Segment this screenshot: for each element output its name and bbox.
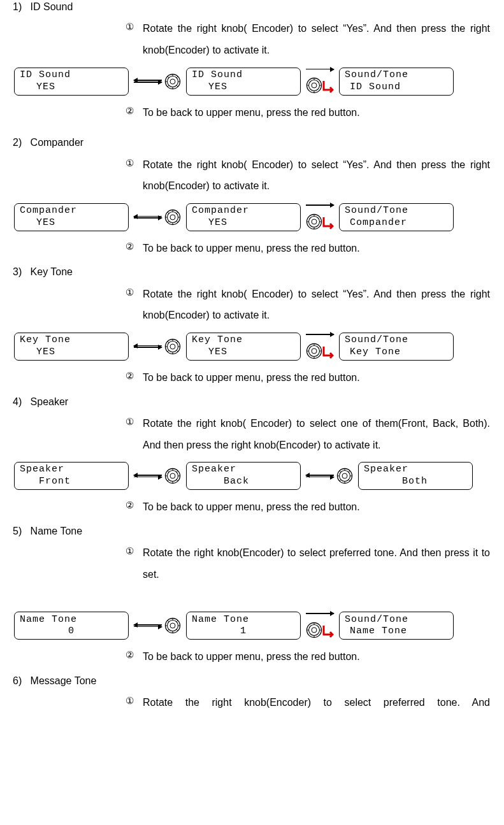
step-text: To be back to upper menu, press the red … [143, 238, 490, 259]
right-arrow-icon [306, 204, 334, 206]
knob-icon [164, 468, 181, 484]
step-text: Rotate the right knob( Encoder) to selec… [143, 413, 490, 456]
section-title-text: Compander [31, 137, 84, 148]
diagram-row: ID Sound YES ID Sound YES Sound/Tone ID … [14, 68, 496, 96]
bidirectional-arrow-icon [134, 475, 162, 477]
section-number: 5) [13, 526, 22, 536]
step-text: To be back to upper menu, press the red … [143, 367, 490, 389]
connector [133, 338, 182, 355]
step-number: ② [126, 102, 134, 124]
bidirectional-arrow-icon [134, 216, 162, 219]
lcd-screen: Speaker Front [14, 462, 129, 490]
connector [133, 617, 182, 634]
knob-red-L-icon [306, 343, 334, 359]
section-title-text: Speaker [31, 396, 69, 407]
section-heading: 6) Message Tone [13, 674, 496, 688]
step-number: ② [126, 367, 134, 389]
knob-red-L-icon [306, 213, 334, 230]
step-number: ② [126, 646, 134, 668]
lcd-screen: Key Tone YES [14, 333, 129, 361]
section-number: 1) [13, 1, 22, 12]
lcd-screen: Key Tone YES [186, 333, 301, 361]
section-number: 2) [13, 137, 22, 148]
connector [305, 204, 335, 230]
section-title-text: ID Sound [31, 1, 73, 12]
section-heading: 4) Speaker [13, 395, 496, 409]
step-number: ① [126, 154, 134, 197]
step-text: Rotate the right knob( Encoder) to selec… [143, 283, 490, 326]
diagram-row: Name Tone 0 Name Tone 1 Sound/Tone Name … [14, 612, 496, 640]
bidirectional-arrow-icon [134, 345, 162, 348]
right-arrow-icon [306, 613, 334, 614]
lcd-screen: ID Sound YES [186, 68, 301, 96]
lcd-screen: Sound/Tone Name Tone [339, 612, 454, 640]
step-number: ① [126, 542, 134, 585]
knob-icon [164, 617, 181, 634]
connector [305, 334, 335, 359]
lcd-screen: Sound/Tone Compander [339, 203, 454, 231]
lcd-screen: Speaker Back [186, 462, 301, 490]
knob-icon [164, 338, 181, 355]
diagram-row: Speaker Front Speaker Back Speaker Both [14, 462, 496, 490]
section-title-text: Message Tone [31, 675, 97, 686]
knob-red-L-icon [306, 622, 334, 638]
lcd-screen: Sound/Tone ID Sound [339, 68, 454, 96]
diagram-row: Key Tone YES Key Tone YES Sound/Tone Key… [14, 333, 496, 361]
step-number: ① [126, 283, 134, 326]
section-heading: 5) Name Tone [13, 524, 496, 538]
section-number: 3) [13, 266, 22, 277]
knob-icon [164, 209, 181, 226]
connector [305, 69, 335, 94]
lcd-screen: Speaker Both [358, 462, 473, 490]
knob-red-L-icon [306, 77, 334, 94]
lcd-screen: Name Tone 0 [14, 612, 129, 640]
step-text: Rotate the right knob( Encoder) to selec… [143, 154, 490, 197]
right-arrow-icon [306, 69, 334, 70]
bidirectional-arrow-icon [134, 624, 162, 627]
step-number: ② [126, 238, 134, 259]
section-heading: 2) Compander [13, 136, 496, 150]
knob-icon [336, 468, 353, 484]
lcd-screen: Name Tone 1 [186, 612, 301, 640]
step-text: To be back to upper menu, press the red … [143, 646, 490, 668]
connector [133, 209, 182, 226]
bidirectional-arrow-icon [134, 80, 162, 82]
bidirectional-arrow-icon [306, 475, 334, 477]
section-title-text: Name Tone [31, 526, 83, 536]
diagram-row: Compander YES Compander YES Sound/Tone C… [14, 203, 496, 231]
section-number: 6) [13, 675, 22, 686]
right-arrow-icon [306, 334, 334, 335]
section-title-text: Key Tone [31, 266, 73, 277]
lcd-screen: Sound/Tone Key Tone [339, 333, 454, 361]
step-number: ① [126, 692, 134, 714]
step-text: Rotate the right knob( Encoder) to selec… [143, 18, 490, 61]
step-text: Rotate the right knob(Encoder) to select… [143, 692, 490, 714]
section-heading: 1) ID Sound [13, 0, 496, 14]
step-number: ① [126, 413, 134, 456]
connector [133, 468, 182, 484]
step-text: Rotate the right knob(Encoder) to select… [143, 542, 490, 585]
knob-icon [164, 73, 181, 90]
step-text: To be back to upper menu, press the red … [143, 496, 490, 518]
section-number: 4) [13, 396, 22, 407]
connector [133, 73, 182, 90]
step-number: ① [126, 18, 134, 61]
connector [305, 468, 354, 484]
connector [305, 613, 335, 638]
lcd-screen: Compander YES [14, 203, 129, 231]
lcd-screen: ID Sound YES [14, 68, 129, 96]
step-number: ② [126, 496, 134, 518]
section-heading: 3) Key Tone [13, 265, 496, 279]
step-text: To be back to upper menu, press the red … [143, 102, 490, 124]
lcd-screen: Compander YES [186, 203, 301, 231]
